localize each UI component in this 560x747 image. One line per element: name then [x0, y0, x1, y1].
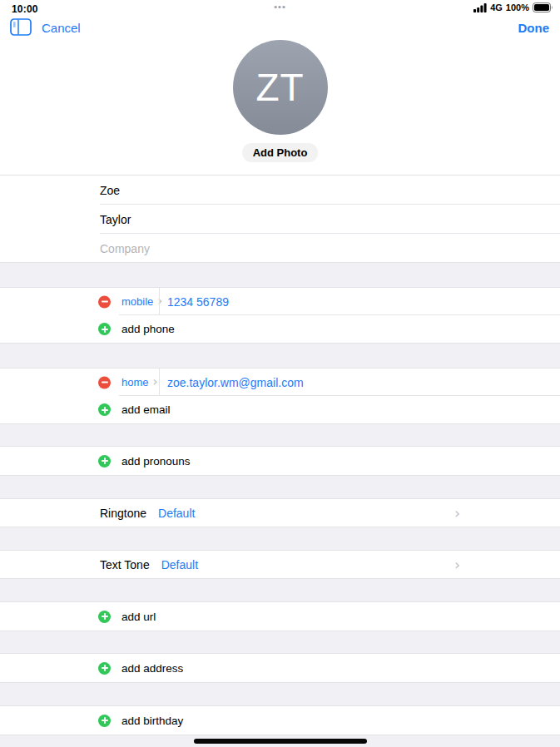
phone-value-field[interactable]: [167, 288, 552, 315]
status-bar: 10:00 ••• 4G 100%: [0, 0, 560, 17]
plus-icon: [98, 662, 111, 675]
ringtone-section: Ringtone Default ›: [0, 499, 560, 527]
add-address-label: add address: [121, 662, 183, 675]
chevron-right-icon: ›: [153, 376, 158, 388]
signal-icon: [473, 3, 487, 12]
status-time: 10:00: [12, 3, 38, 15]
sidebar-icon: [10, 18, 32, 36]
phone-section: mobile › add phone: [0, 288, 560, 343]
email-type-label: home: [121, 376, 149, 388]
email-row: home ›: [0, 369, 560, 396]
text-tone-label: Text Tone: [100, 558, 150, 571]
section-gap: [0, 262, 560, 288]
add-birthday-row[interactable]: add birthday: [0, 706, 560, 735]
birthday-section: add birthday: [0, 706, 560, 735]
first-name-field[interactable]: [100, 176, 550, 205]
email-type-button[interactable]: home ›: [121, 369, 158, 396]
avatar-monogram: ZT: [255, 65, 304, 110]
name-fields-section: [0, 175, 560, 262]
plus-icon: [98, 455, 111, 467]
add-birthday-label: add birthday: [121, 715, 183, 727]
ringtone-label: Ringtone: [100, 507, 146, 520]
avatar[interactable]: ZT: [233, 40, 328, 135]
company-field[interactable]: [100, 234, 550, 263]
bottom-bar: [0, 735, 560, 747]
contact-edit-screen: 10:00 ••• 4G 100%: [0, 0, 560, 747]
separator: [119, 395, 560, 396]
add-pronouns-label: add pronouns: [121, 455, 191, 467]
minus-icon: [98, 376, 111, 388]
company-row: [0, 234, 560, 263]
url-section: add url: [0, 602, 560, 631]
header: 10:00 ••• 4G 100%: [0, 0, 560, 175]
phone-row: mobile ›: [0, 288, 560, 315]
ringtone-value: Default: [158, 507, 195, 520]
email-value-field[interactable]: [167, 369, 552, 396]
text-tone-value: Default: [161, 558, 198, 571]
ringtone-row[interactable]: Ringtone Default ›: [0, 499, 560, 527]
remove-phone-button[interactable]: [98, 295, 111, 308]
battery-percent: 100%: [506, 2, 529, 12]
section-gap: [0, 343, 560, 369]
remove-email-button[interactable]: [98, 376, 111, 388]
add-url-row[interactable]: add url: [0, 602, 560, 631]
phone-type-label: mobile: [121, 295, 153, 308]
add-email-label: add email: [121, 403, 171, 416]
pronouns-section: add pronouns: [0, 447, 560, 475]
phone-type-button[interactable]: mobile ›: [121, 288, 162, 315]
address-section: add address: [0, 654, 560, 682]
plus-icon: [98, 403, 111, 416]
section-gap: [0, 423, 560, 447]
section-gap: [0, 631, 560, 654]
chevron-right-icon: ›: [454, 557, 460, 572]
add-pronouns-row[interactable]: add pronouns: [0, 447, 560, 475]
first-name-row: [0, 176, 560, 205]
cancel-button[interactable]: Cancel: [42, 21, 81, 35]
battery-icon: [533, 2, 553, 12]
add-phone-row[interactable]: add phone: [0, 315, 560, 343]
add-url-label: add url: [121, 611, 156, 623]
plus-icon: [98, 323, 111, 335]
status-right-cluster: 4G 100%: [473, 2, 553, 12]
chevron-right-icon: ›: [454, 506, 460, 521]
last-name-row: [0, 205, 560, 234]
text-tone-row[interactable]: Text Tone Default ›: [0, 551, 560, 578]
separator: [119, 314, 560, 315]
email-section: home › add email: [0, 369, 560, 423]
gesture-dots-icon: •••: [274, 2, 286, 12]
add-phone-label: add phone: [121, 323, 175, 335]
network-label: 4G: [490, 2, 503, 12]
sidebar-toggle-button[interactable]: [10, 18, 32, 38]
add-photo-button[interactable]: Add Photo: [242, 143, 319, 162]
minus-icon: [98, 295, 111, 308]
vertical-divider: [159, 288, 160, 315]
section-gap: [0, 475, 560, 499]
text-tone-section: Text Tone Default ›: [0, 551, 560, 578]
section-gap: [0, 527, 560, 551]
plus-icon: [98, 715, 111, 727]
nav-bar: Cancel Done: [0, 17, 560, 42]
vertical-divider: [159, 369, 160, 396]
done-button[interactable]: Done: [518, 21, 550, 35]
plus-icon: [98, 611, 111, 623]
section-gap: [0, 682, 560, 706]
last-name-field[interactable]: [100, 205, 550, 234]
home-indicator[interactable]: [194, 739, 367, 744]
add-address-row[interactable]: add address: [0, 654, 560, 682]
section-gap: [0, 578, 560, 602]
add-email-row[interactable]: add email: [0, 396, 560, 423]
